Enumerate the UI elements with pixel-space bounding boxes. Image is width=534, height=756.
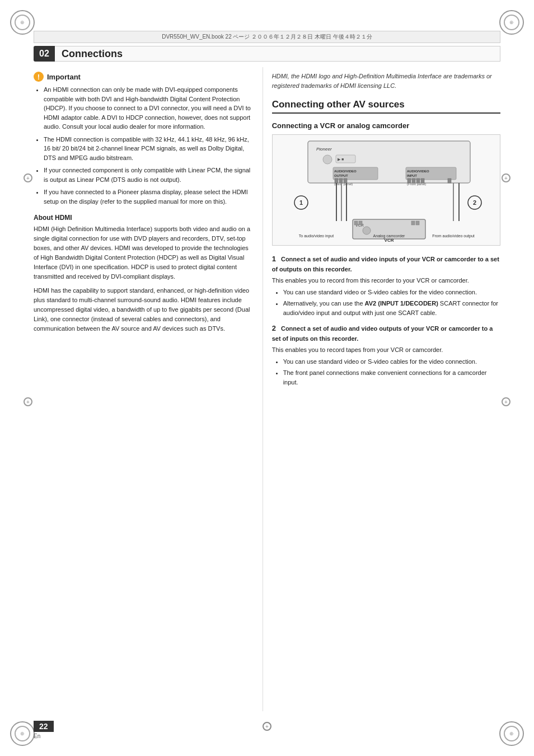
svg-point-2	[323, 155, 332, 164]
instruction-2-bullet-2: The front panel connections make conveni…	[283, 368, 500, 387]
instruction-2-heading-text: Connect a set of audio and video outputs…	[272, 325, 493, 342]
page-number: 22	[39, 722, 48, 731]
svg-text:To audio/video input: To audio/video input	[299, 234, 334, 238]
vcr-diagram: Pioneer ▶ ■ AUDIO/VIDEO OUTPUT AUDIO/VID…	[272, 134, 500, 246]
chapter-title-bar: Connections	[55, 46, 500, 62]
important-title: ! Important	[34, 72, 254, 82]
svg-rect-17	[412, 179, 415, 183]
svg-text:From audio/video output: From audio/video output	[432, 234, 475, 238]
about-hdmi-para1: HDMI (High Definition Multimedia Interfa…	[34, 224, 254, 281]
reg-mark-right-mid: +	[502, 173, 510, 182]
reg-mark-left-mid: +	[24, 173, 32, 182]
instruction-2: 2 Connect a set of audio and video outpu…	[272, 323, 500, 387]
svg-text:VCR: VCR	[384, 238, 394, 242]
instruction-1-heading: 1 Connect a set of audio and video input…	[272, 253, 500, 274]
important-list: An HDMI connection can only be made with…	[34, 85, 254, 206]
svg-text:1: 1	[299, 199, 303, 206]
svg-text:INPUT: INPUT	[407, 174, 417, 177]
instruction-2-bullet-1: You can use standard video or S-video ca…	[283, 357, 500, 367]
svg-rect-34	[359, 221, 362, 225]
right-column: HDMI, the HDMI logo and High-Definition …	[263, 67, 500, 711]
important-item-1: An HDMI connection can only be made with…	[44, 85, 254, 132]
svg-text:OUTPUT: OUTPUT	[334, 174, 348, 177]
important-label: Important	[47, 73, 81, 81]
page-number-area: 22 En	[34, 721, 54, 739]
instruction-2-heading: 2 Connect a set of audio and video outpu…	[272, 323, 500, 343]
chapter-title: Connections	[62, 48, 123, 60]
reg-mark-left-lower: +	[24, 397, 32, 406]
svg-rect-18	[416, 179, 420, 183]
svg-text:Pioneer: Pioneer	[316, 147, 332, 152]
instruction-1-bullet-1: You can use standard video or S-video ca…	[283, 288, 500, 297]
svg-rect-35	[411, 221, 415, 225]
svg-rect-33	[354, 221, 358, 225]
instruction-2-body: This enables you to record tapes from yo…	[272, 345, 500, 355]
chapter-badge: 02	[34, 46, 55, 62]
svg-text:AUDIO/VIDEO: AUDIO/VIDEO	[334, 170, 357, 173]
about-hdmi-para2: HDMI has the capability to support stand…	[34, 286, 254, 334]
important-box: ! Important An HDMI connection can only …	[34, 72, 254, 206]
corner-br: ⊕	[495, 717, 528, 750]
important-item-3: If your connected component is only comp…	[44, 166, 254, 184]
section-title-large: Connecting other AV sources	[272, 99, 500, 114]
svg-rect-36	[416, 221, 419, 225]
instruction-1: 1 Connect a set of audio and video input…	[272, 253, 500, 317]
important-item-4: If you have connected to a Pioneer plasm…	[44, 187, 254, 206]
svg-text:(Rear panel): (Rear panel)	[334, 182, 353, 186]
main-content: ! Important An HDMI connection can only …	[34, 67, 500, 711]
svg-rect-19	[421, 179, 424, 183]
vcr-diagram-svg: Pioneer ▶ ■ AUDIO/VIDEO OUTPUT AUDIO/VID…	[285, 138, 487, 242]
reg-mark-right-lower: +	[502, 397, 510, 406]
instruction-1-list: You can use standard video or S-video ca…	[272, 288, 500, 318]
left-column: ! Important An HDMI connection can only …	[34, 67, 263, 711]
bottom-center-reg-mark: +	[263, 722, 271, 731]
svg-rect-20	[448, 179, 451, 183]
instruction-1-body: This enables you to record from this rec…	[272, 276, 500, 285]
instruction-1-bullet-2: Alternatively, you can use the AV2 (INPU…	[283, 299, 500, 317]
instruction-1-heading-text: Connect a set of audio and video inputs …	[272, 256, 499, 273]
page-number-sub: En	[34, 733, 40, 739]
svg-text:AUDIO/VIDEO: AUDIO/VIDEO	[407, 170, 429, 173]
chapter-number: 02	[39, 49, 49, 59]
instruction-2-number: 2	[272, 324, 276, 332]
page-number-box: 22	[34, 721, 54, 732]
header-file-info: DVR550H_WV_EN.book 22 ページ ２００６年１２月２８日 木曜…	[162, 33, 372, 41]
svg-text:▶ ■: ▶ ■	[338, 157, 344, 161]
warning-icon: !	[34, 72, 44, 82]
svg-rect-16	[407, 179, 411, 183]
instruction-1-number: 1	[272, 255, 276, 263]
svg-text:2: 2	[473, 199, 476, 206]
sub-section-heading: Connecting a VCR or analog camcorder	[272, 121, 500, 130]
svg-point-32	[363, 227, 371, 234]
instruction-2-list: You can use standard video or S-video ca…	[272, 357, 500, 387]
about-hdmi-heading: About HDMI	[34, 214, 254, 222]
header-bar: DVR550H_WV_EN.book 22 ページ ２００６年１２月２８日 木曜…	[34, 31, 500, 43]
important-item-2: The HDMI connection is compatible with 3…	[44, 135, 254, 163]
italic-note: HDMI, the HDMI logo and High-Definition …	[272, 72, 500, 90]
